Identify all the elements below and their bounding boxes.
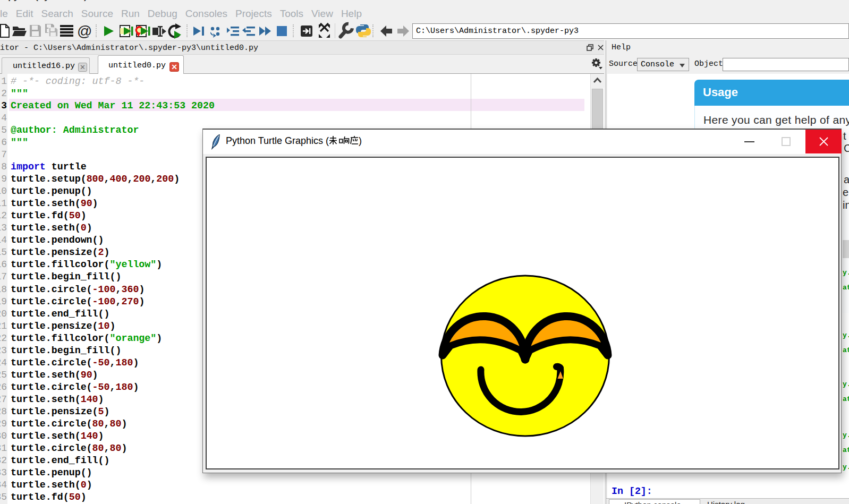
svg-text:@: @ [77, 23, 92, 39]
